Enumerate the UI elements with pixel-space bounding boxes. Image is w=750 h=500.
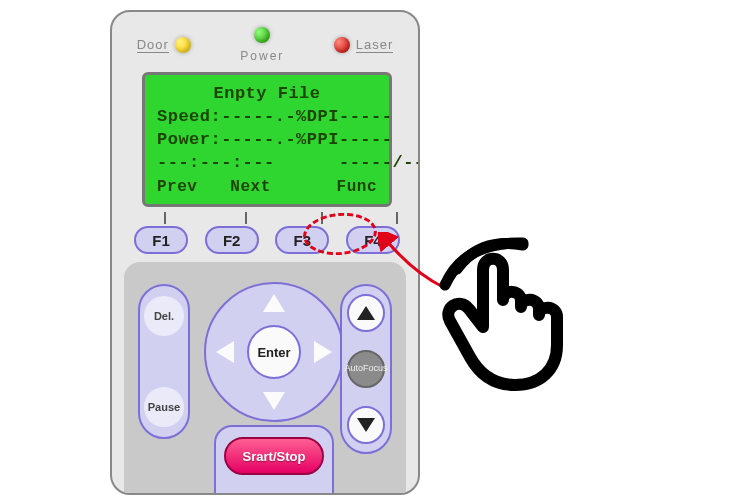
autofocus-label-1: Auto xyxy=(344,364,363,373)
triangle-down-icon xyxy=(357,418,375,432)
triangle-up-icon xyxy=(263,294,285,312)
enter-button[interactable]: Enter xyxy=(247,325,301,379)
delete-button[interactable]: Del. xyxy=(144,296,184,336)
dpad-up-button[interactable] xyxy=(263,294,285,312)
left-pill: Del. Pause xyxy=(138,284,190,439)
triangle-down-icon xyxy=(263,392,285,410)
led-power-group: Power xyxy=(240,27,284,63)
f4-button[interactable]: F4 xyxy=(346,226,400,254)
z-up-button[interactable] xyxy=(347,294,385,332)
door-led-icon xyxy=(175,37,191,53)
lcd-time-line: ---:---:--- -----/----- xyxy=(157,152,377,175)
power-led-icon xyxy=(254,27,270,43)
lcd-prev: Prev xyxy=(157,177,197,199)
led-door-group: Door xyxy=(137,37,191,53)
triangle-up-icon xyxy=(357,306,375,320)
f2-button[interactable]: F2 xyxy=(205,226,259,254)
dpad: Enter xyxy=(204,282,344,422)
lcd-screen: Enpty File Speed:-----.-%DPI----- Power:… xyxy=(142,72,392,207)
fkey-row: F1 F2 F3 F4 xyxy=(134,226,400,254)
f3-button[interactable]: F3 xyxy=(275,226,329,254)
lcd-softkey-labels: Prev Next Func xyxy=(157,177,377,199)
start-stop-housing: Srart/Stop xyxy=(214,425,334,495)
pointing-hand-icon xyxy=(425,225,595,395)
f1-button[interactable]: F1 xyxy=(134,226,188,254)
triangle-right-icon xyxy=(314,341,332,363)
start-stop-button[interactable]: Srart/Stop xyxy=(224,437,324,475)
dpad-right-button[interactable] xyxy=(314,341,332,363)
led-laser-group: Laser xyxy=(334,37,394,53)
led-row: Door Power Laser xyxy=(112,27,418,63)
lcd-func: Func xyxy=(337,177,377,199)
pause-button[interactable]: Pause xyxy=(144,387,184,427)
control-panel: Door Power Laser Enpty File Speed:-----.… xyxy=(110,10,420,495)
lcd-title: Enpty File xyxy=(157,83,377,106)
lcd-power-line: Power:-----.-%PPI----- xyxy=(157,129,377,152)
led-power-label: Power xyxy=(240,49,284,63)
dpad-left-button[interactable] xyxy=(216,341,234,363)
right-pill: AutoFocus xyxy=(340,284,392,454)
triangle-left-icon xyxy=(216,341,234,363)
autofocus-label-2: Focus xyxy=(363,364,388,373)
lcd-next: Next xyxy=(230,177,270,199)
led-door-label: Door xyxy=(137,37,169,53)
fkey-stubs xyxy=(142,212,392,224)
lcd-speed-line: Speed:-----.-%DPI----- xyxy=(157,106,377,129)
laser-led-icon xyxy=(334,37,350,53)
led-laser-label: Laser xyxy=(356,37,394,53)
auto-focus-button[interactable]: AutoFocus xyxy=(347,350,385,388)
z-down-button[interactable] xyxy=(347,406,385,444)
dpad-down-button[interactable] xyxy=(263,392,285,410)
